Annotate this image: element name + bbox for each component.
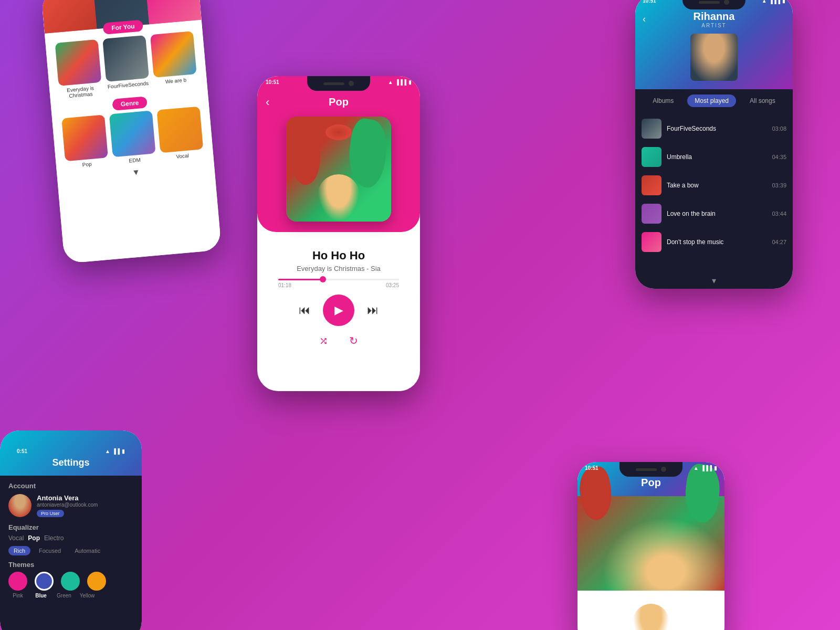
pop-status-time: 10:51: [585, 465, 598, 471]
phone-settings: 0:51 ▲ ▐▐ ▮ Settings Account Antonia Ver…: [0, 430, 142, 630]
song-name-3: Love on the brain: [667, 210, 766, 217]
theme-yellow-button[interactable]: [87, 572, 106, 591]
theme-labels-row: Pink Blue Green Yellow: [8, 593, 133, 598]
theme-label-yellow: Yellow: [78, 593, 97, 598]
genre-badge[interactable]: Genre: [112, 96, 148, 111]
foryou-card-label-0: Everyday is Christmas: [59, 85, 103, 100]
tab-albums[interactable]: Albums: [645, 94, 681, 107]
tab-most-played[interactable]: Most played: [687, 94, 736, 107]
theme-circles-row: [8, 572, 133, 591]
foryou-card2-img-2: [157, 107, 204, 153]
foryou-card-0[interactable]: Everyday is Christmas: [55, 39, 102, 100]
settings-body: Account Antonia Vera antoniavera@outlook…: [0, 476, 142, 630]
theme-pink-button[interactable]: [8, 572, 27, 591]
theme-label-pink: Pink: [8, 593, 27, 598]
song-title: Ho Ho Ho: [268, 249, 410, 262]
foryou-card2-2[interactable]: Vocal: [157, 107, 204, 161]
player-controls: ⏮ ▶ ⏭: [268, 295, 410, 326]
album-artwork: [286, 117, 391, 222]
settings-header: 0:51 ▲ ▐▐ ▮ Settings: [0, 430, 142, 476]
eq-badge-focused[interactable]: Focused: [34, 546, 66, 555]
battery-icon: ▮: [408, 79, 412, 85]
theme-blue-button[interactable]: [35, 572, 54, 591]
settings-account-row: Antonia Vera antoniavera@outlook.com Pro…: [8, 494, 133, 517]
song-row-4[interactable]: Don't stop the music 04:27: [635, 228, 793, 256]
pop-phone-notch: [620, 462, 682, 477]
foryou-card2-1[interactable]: EDM: [109, 110, 156, 165]
song-row-0[interactable]: FourFiveSeconds 03:08: [635, 114, 793, 143]
progress-fill: [278, 279, 323, 280]
skip-next-button[interactable]: ⏭: [367, 303, 379, 317]
foryou-card-img-0: [55, 39, 101, 86]
shuffle-button[interactable]: ⤮: [319, 334, 328, 347]
eq-badges-row: Rich Focused Automatic: [8, 546, 133, 555]
foryou-card-label-1: FourFiveSeconds: [107, 80, 150, 90]
artist-songs-list: FourFiveSeconds 03:08 Umbrella 04:35 Tak…: [635, 112, 793, 272]
foryou-card2-0[interactable]: Pop: [61, 114, 109, 169]
progress-bar[interactable]: [278, 279, 399, 280]
phone-player: 10:51 ▲ ▐▐▐ ▮ ‹ Pop: [257, 76, 420, 391]
tab-all-songs[interactable]: All songs: [742, 94, 783, 107]
eq-opt-pop[interactable]: Pop: [28, 534, 40, 542]
eq-opt-electro[interactable]: Electro: [44, 534, 64, 542]
phone-foryou: For You Everyday is Christmas FourFiveSe…: [41, 0, 222, 264]
song-row-2[interactable]: Take a bow 03:39: [635, 171, 793, 200]
notch-camera: [349, 81, 354, 86]
artist-chevron-down-icon[interactable]: ▾: [635, 272, 793, 289]
song-duration-4: 04:27: [772, 239, 786, 245]
song-thumb-3: [642, 204, 662, 224]
pop-signal-icon: ▐▐▐: [701, 465, 712, 471]
progress-current: 01:18: [278, 282, 291, 288]
settings-title: Settings: [8, 457, 133, 468]
play-icon: ▶: [334, 303, 343, 317]
eq-opt-vocal[interactable]: Vocal: [8, 534, 24, 542]
foryou-card-label-2: We are b: [154, 76, 198, 86]
artist-phone-notch: [682, 0, 746, 9]
pop-title: Pop: [641, 477, 661, 488]
pop-battery-icon: ▮: [714, 465, 717, 471]
phone-pop: 10:51 ▲ ▐▐▐ ▮ ‹ Pop: [578, 462, 724, 630]
theme-label-blue: Blue: [32, 593, 50, 598]
skip-prev-button[interactable]: ⏮: [299, 303, 310, 317]
pop-artwork-inner: [578, 496, 724, 591]
settings-battery-icon: ▮: [122, 448, 125, 454]
song-row-1[interactable]: Umbrella 04:35: [635, 143, 793, 171]
banner-img-1: [41, 0, 97, 34]
artist-status-time: 10:51: [643, 0, 656, 4]
artist-type-label: ARTIST: [644, 23, 784, 28]
pop-artwork: [578, 496, 724, 591]
foryou-card-1[interactable]: FourFiveSeconds: [102, 35, 150, 96]
theme-green-button[interactable]: [61, 572, 80, 591]
foryou-card-img-2: [150, 31, 197, 78]
eq-badge-automatic[interactable]: Automatic: [69, 546, 106, 555]
song-thumb-2: [642, 175, 662, 195]
play-button[interactable]: ▶: [323, 295, 354, 326]
account-avatar: [8, 494, 32, 517]
player-extras: ⤮ ↻: [268, 334, 410, 347]
artist-back-button[interactable]: ‹: [643, 14, 646, 25]
phone-artist: 10:51 ▲ ▐▐▐ ▮ ‹ Rihanna ARTIST Albums Mo…: [635, 0, 793, 289]
foryou-card-2[interactable]: We are b: [150, 31, 198, 91]
status-time: 10:51: [266, 79, 279, 85]
artist-photo-inner: [690, 34, 738, 81]
eq-badge-rich[interactable]: Rich: [8, 546, 30, 555]
theme-label-green: Green: [55, 593, 74, 598]
pop-notch-speaker: [636, 468, 657, 471]
pop-wifi-icon: ▲: [694, 465, 699, 471]
phone-notch: [307, 76, 370, 91]
back-button[interactable]: ‹: [266, 96, 269, 109]
artist-signal-icon: ▐▐▐: [769, 0, 780, 4]
notch-speaker: [323, 82, 344, 85]
progress-thumb[interactable]: [320, 276, 326, 282]
song-thumb-4: [642, 232, 662, 252]
artist-photo: [690, 34, 738, 81]
repeat-button[interactable]: ↻: [349, 334, 358, 347]
progress-section: 01:18 03:25: [268, 279, 410, 288]
song-duration-2: 03:39: [772, 182, 786, 188]
song-row-3[interactable]: Love on the brain 03:44: [635, 200, 793, 228]
artist-notch-cam: [724, 0, 729, 5]
artist-battery-icon: ▮: [782, 0, 785, 4]
foryou-grid-row1: Everyday is Christmas FourFiveSeconds We…: [51, 30, 202, 100]
progress-total: 03:25: [386, 282, 399, 288]
account-email: antoniavera@outlook.com: [37, 502, 98, 508]
